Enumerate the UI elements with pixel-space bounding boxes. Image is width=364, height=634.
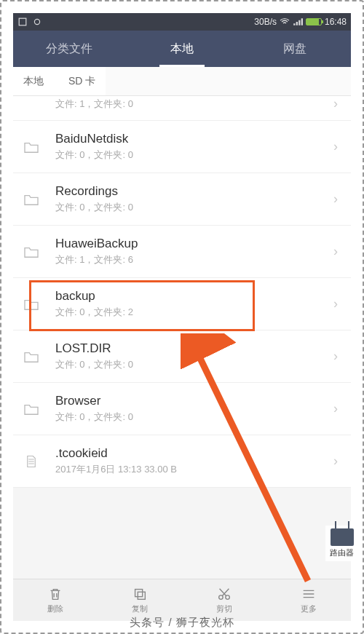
folder-icon xyxy=(23,298,39,311)
svg-rect-3 xyxy=(138,592,145,599)
item-subtitle: 文件: 0，文件夹: 2 xyxy=(55,306,331,319)
clock: 16:48 xyxy=(325,17,347,27)
svg-rect-2 xyxy=(135,590,143,597)
watermark-router: 路由器 xyxy=(325,526,358,561)
chevron-right-icon: › xyxy=(331,296,341,312)
folder-icon xyxy=(23,245,39,258)
copy-icon xyxy=(132,586,148,602)
folder-icon xyxy=(23,140,39,154)
file-list: 文件: 1，文件夹: 0 › BaiduNetdisk 文件: 0，文件夹: 0… xyxy=(13,96,351,488)
list-item[interactable]: LOST.DIR 文件: 0，文件夹: 0 › xyxy=(13,330,351,383)
item-subtitle: 文件: 0，文件夹: 0 xyxy=(55,201,331,214)
cut-button[interactable]: 剪切 xyxy=(182,579,266,621)
more-button[interactable]: 更多 xyxy=(266,579,351,621)
chevron-right-icon: › xyxy=(331,244,341,259)
watermark-credit: 头条号 / 狮子夜光杯 xyxy=(0,616,364,630)
item-title: .tcookieid xyxy=(55,446,331,461)
chevron-right-icon: › xyxy=(331,191,341,207)
list-item[interactable]: BaiduNetdisk 文件: 0，文件夹: 0 › xyxy=(13,121,351,173)
file-icon xyxy=(23,455,39,468)
chevron-right-icon: › xyxy=(331,401,341,416)
list-item[interactable]: Browser 文件: 0，文件夹: 0 › xyxy=(13,383,351,435)
svg-rect-0 xyxy=(19,18,26,25)
crumb-sdcard[interactable]: SD 卡 xyxy=(54,67,106,95)
android-icon xyxy=(32,17,42,26)
phone-screen: 30B/s 16:48 分类文件 本地 网盘 本地 SD 卡 文件: 1，文件夹… xyxy=(13,13,351,621)
lte-icon xyxy=(17,17,28,26)
item-title: Browser xyxy=(55,394,331,408)
chevron-right-icon: › xyxy=(331,349,341,364)
tab-cloud[interactable]: 网盘 xyxy=(238,31,351,67)
svg-point-1 xyxy=(34,19,39,24)
top-tabs: 分类文件 本地 网盘 xyxy=(13,31,351,67)
folder-icon xyxy=(23,350,39,363)
tab-category[interactable]: 分类文件 xyxy=(13,31,126,67)
tab-local[interactable]: 本地 xyxy=(126,31,239,67)
item-subtitle: 文件: 0，文件夹: 0 xyxy=(55,148,331,162)
signal-icon xyxy=(293,17,303,26)
scissors-icon xyxy=(216,586,232,602)
list-item[interactable]: .tcookieid 2017年1月6日 13:13 33.00 B › xyxy=(13,435,351,488)
item-subtitle: 2017年1月6日 13:13 33.00 B xyxy=(55,463,331,476)
crumb-local[interactable]: 本地 xyxy=(13,67,54,95)
battery-icon xyxy=(306,18,322,25)
item-title: Recordings xyxy=(55,184,331,199)
breadcrumb: 本地 SD 卡 xyxy=(13,67,351,96)
item-title: HuaweiBackup xyxy=(55,237,331,251)
item-subtitle: 文件: 1，文件夹: 0 xyxy=(55,98,331,111)
wifi-icon xyxy=(280,17,290,26)
menu-icon xyxy=(301,586,317,602)
list-item[interactable]: backup 文件: 0，文件夹: 2 › xyxy=(13,278,351,330)
chevron-right-icon: › xyxy=(331,96,341,111)
delete-button[interactable]: 删除 xyxy=(13,579,98,621)
chevron-right-icon: › xyxy=(331,139,341,154)
trash-icon xyxy=(47,586,63,602)
list-item[interactable]: 文件: 1，文件夹: 0 › xyxy=(13,96,351,121)
item-title: BaiduNetdisk xyxy=(55,132,331,146)
list-item-highlighted[interactable]: HuaweiBackup 文件: 1，文件夹: 6 › xyxy=(13,226,351,278)
item-subtitle: 文件: 0，文件夹: 0 xyxy=(55,358,331,371)
list-item[interactable]: Recordings 文件: 0，文件夹: 0 › xyxy=(13,173,351,226)
item-subtitle: 文件: 1，文件夹: 6 xyxy=(55,253,331,266)
item-title: LOST.DIR xyxy=(55,341,331,356)
folder-icon xyxy=(23,403,39,416)
folder-icon xyxy=(23,193,39,206)
status-bar: 30B/s 16:48 xyxy=(13,13,351,31)
item-subtitle: 文件: 0，文件夹: 0 xyxy=(55,411,331,424)
bottom-toolbar: 删除 复制 剪切 更多 xyxy=(13,579,351,621)
item-title: backup xyxy=(55,289,331,304)
network-speed: 30B/s xyxy=(254,17,277,27)
chevron-right-icon: › xyxy=(331,453,341,469)
copy-button[interactable]: 复制 xyxy=(98,579,182,621)
